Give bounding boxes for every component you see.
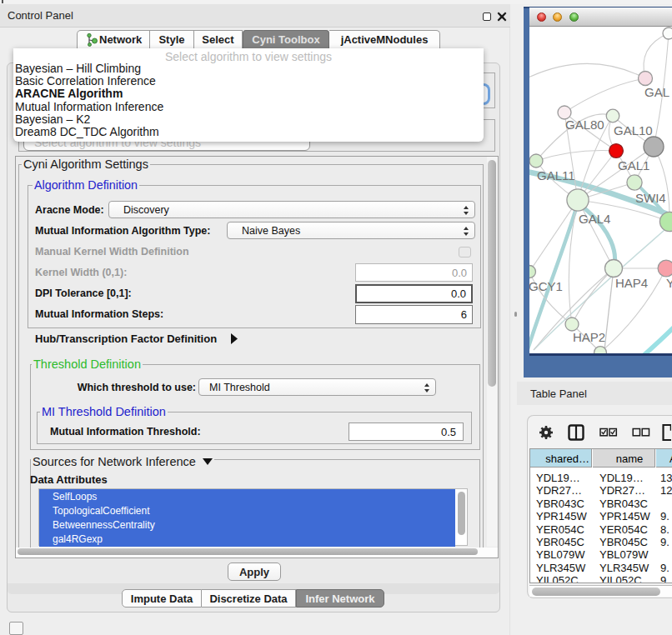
- svg-text:HAP2: HAP2: [573, 330, 605, 344]
- svg-text:GAL1: GAL1: [618, 158, 649, 172]
- svg-text:Y: Y: [666, 276, 672, 290]
- svg-text:GAL11: GAL11: [537, 168, 575, 182]
- svg-text:GAL10: GAL10: [614, 123, 653, 138]
- svg-text:GCY1: GCY1: [529, 279, 563, 293]
- svg-text:GAL80: GAL80: [565, 118, 604, 132]
- svg-text:SWI4: SWI4: [635, 191, 666, 205]
- svg-text:HAP4: HAP4: [615, 276, 648, 290]
- svg-text:GAL4: GAL4: [579, 212, 610, 226]
- svg-text:GAL: GAL: [644, 85, 669, 99]
